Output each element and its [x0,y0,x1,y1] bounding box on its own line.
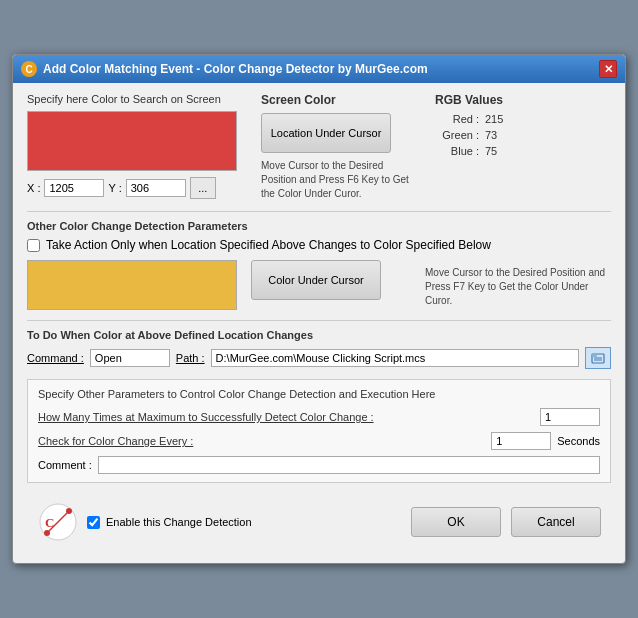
comment-input[interactable] [98,456,600,474]
screen-color-hint: Move Cursor to the Desired Position and … [261,159,421,201]
green-value: 73 [485,129,497,141]
green-label: Green : [435,129,485,141]
red-label: Red : [435,113,485,125]
seconds-label: Seconds [557,435,600,447]
detection-checkbox[interactable] [27,239,40,252]
params-section: Specify Other Parameters to Control Colo… [27,379,611,483]
main-window: C Add Color Matching Event - Color Chang… [12,54,626,564]
blue-value: 75 [485,145,497,157]
rgb-title: RGB Values [435,93,611,107]
y-input[interactable] [126,179,186,197]
check-every-label: Check for Color Change Every : [38,435,491,447]
color-preview-yellow-container [27,260,237,310]
browse-button[interactable] [585,347,611,369]
screen-color-box: Screen Color Location Under Cursor Move … [261,93,421,201]
color-search-label: Specify here Color to Search on Screen [27,93,247,105]
red-row: Red : 215 [435,113,611,125]
svg-rect-1 [592,354,597,357]
x-label: X : [27,182,40,194]
enable-row: Enable this Change Detection [87,516,252,529]
middle-section: Color Under Cursor Move Cursor to the De… [27,260,611,310]
color-preview-red [27,111,237,171]
y-label: Y : [108,182,121,194]
footer-left: C Enable this Change Detection [37,501,252,543]
ok-button[interactable]: OK [411,507,501,537]
check-every-row: Check for Color Change Every : Seconds [38,432,600,450]
max-detect-input[interactable] [540,408,600,426]
footer-buttons: OK Cancel [411,507,601,537]
color-under-cursor-button[interactable]: Color Under Cursor [251,260,381,300]
check-every-input[interactable] [491,432,551,450]
divider-1 [27,211,611,212]
title-bar-left: C Add Color Matching Event - Color Chang… [21,61,428,77]
enable-checkbox[interactable] [87,516,100,529]
divider-2 [27,320,611,321]
command-input[interactable] [90,349,170,367]
command-row: Command : Path : [27,347,611,369]
close-button[interactable]: ✕ [599,60,617,78]
path-input[interactable] [211,349,579,367]
color-under-cursor-hint: Move Cursor to the Desired Position and … [425,266,611,308]
green-row: Green : 73 [435,129,611,141]
comment-row: Comment : [38,456,600,474]
params-title: Specify Other Parameters to Control Colo… [38,388,600,400]
detection-params-header: Other Color Change Detection Parameters [27,220,611,232]
xy-row: X : Y : ... [27,177,247,199]
murgee-logo: C [37,501,79,543]
enable-label: Enable this Change Detection [106,516,252,528]
comment-label: Comment : [38,459,92,471]
blue-row: Blue : 75 [435,145,611,157]
rgb-box: RGB Values Red : 215 Green : 73 Blue : 7… [435,93,611,201]
red-value: 215 [485,113,503,125]
x-input[interactable] [44,179,104,197]
cancel-button[interactable]: Cancel [511,507,601,537]
blue-label: Blue : [435,145,485,157]
app-icon: C [21,61,37,77]
max-detect-label: How Many Times at Maximum to Successfull… [38,411,540,423]
screen-color-title: Screen Color [261,93,421,107]
checkbox-row: Take Action Only when Location Specified… [27,238,611,252]
middle-right: Color Under Cursor [251,260,411,310]
location-under-cursor-button[interactable]: Location Under Cursor [261,113,391,153]
command-label: Command : [27,352,84,364]
top-section: Specify here Color to Search on Screen X… [27,93,611,201]
xy-ellipsis-button[interactable]: ... [190,177,216,199]
window-title: Add Color Matching Event - Color Change … [43,62,428,76]
max-detect-row: How Many Times at Maximum to Successfull… [38,408,600,426]
todo-header: To Do When Color at Above Defined Locati… [27,329,611,341]
color-preview-yellow [27,260,237,310]
checkbox-label: Take Action Only when Location Specified… [46,238,491,252]
path-label: Path : [176,352,205,364]
footer: C Enable this Change Detection OK Cancel [27,493,611,553]
browse-icon [591,351,605,365]
color-search-box: Specify here Color to Search on Screen X… [27,93,247,201]
middle-hint: Move Cursor to the Desired Position and … [425,260,611,310]
window-content: Specify here Color to Search on Screen X… [13,83,625,563]
title-bar: C Add Color Matching Event - Color Chang… [13,55,625,83]
